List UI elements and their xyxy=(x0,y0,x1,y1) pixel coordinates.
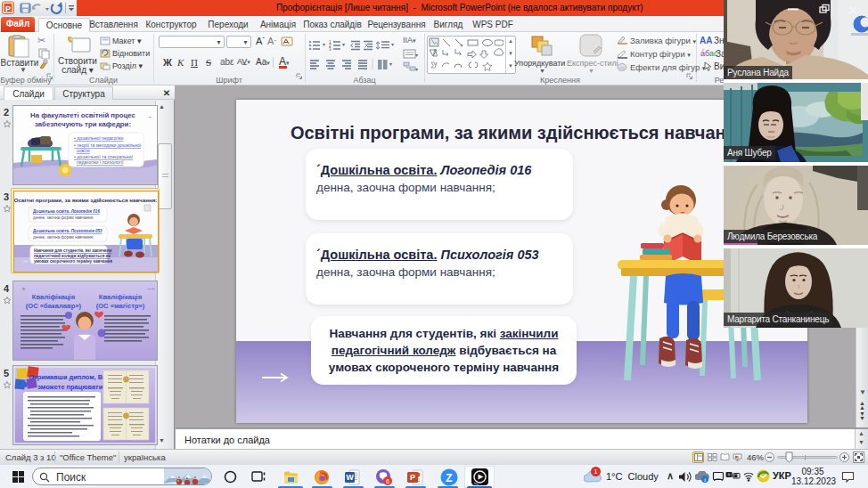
svg-text:зможете працювати:: зможете працювати: xyxy=(37,383,104,391)
svg-text:(ОС «бакалавр»): (ОС «бакалавр») xyxy=(26,302,82,310)
svg-text:умовах скороченого терміну нав: умовах скороченого терміну навчання xyxy=(34,259,112,264)
svg-text:забезпечують три кафедри:: забезпечують три кафедри: xyxy=(35,120,131,128)
svg-text:i: i xyxy=(704,476,706,483)
svg-text:⟶: ⟶ xyxy=(147,286,155,291)
svg-text:▾: ▾ xyxy=(415,67,418,72)
svg-text:педагогіки і психології: педагогіки і психології xyxy=(77,159,124,165)
svg-text:▾: ▾ xyxy=(415,53,418,58)
svg-text:P: P xyxy=(5,4,11,13)
svg-text:• дошкільної педагогіки: • дошкільної педагогіки xyxy=(74,135,124,141)
svg-text:Отримавши диплом, Ви: Отримавши диплом, Ви xyxy=(29,373,107,381)
svg-text:▾: ▾ xyxy=(323,42,325,47)
svg-text:освіти: освіти xyxy=(77,148,90,153)
svg-text:6: 6 xyxy=(386,477,389,485)
svg-text:Кваліфікація: Кваліфікація xyxy=(99,293,142,301)
svg-text:Освітні програми, за якими зді: Освітні програми, за якими здійснюється … xyxy=(14,197,157,203)
svg-text:≡: ≡ xyxy=(22,286,25,291)
svg-text:Дошкільна освіта. Психологія: Дошкільна освіта. Психологія 053 xyxy=(33,229,102,233)
svg-text:Z: Z xyxy=(446,472,452,484)
svg-text:3: 3 xyxy=(329,47,332,52)
svg-text:Дошкільна освіта. Логопедія: Дошкільна освіта. Логопедія 016 xyxy=(33,209,100,214)
svg-text:W: W xyxy=(346,473,354,482)
svg-text:▾: ▾ xyxy=(389,61,392,67)
svg-text:денна, заочна форми навчання;: денна, заочна форми навчання; xyxy=(33,216,94,220)
svg-text:▾: ▾ xyxy=(391,42,394,47)
svg-text:(ОС «магістр»): (ОС «магістр») xyxy=(96,302,145,310)
svg-text:Навчання для студентів, які за: Навчання для студентів, які закінчили xyxy=(34,248,112,253)
svg-text:→: → xyxy=(145,112,152,120)
svg-text:▾: ▾ xyxy=(342,42,345,47)
svg-text:денна, заочна форми навчання;: денна, заочна форми навчання; xyxy=(33,235,94,240)
svg-text:педагогічний коледж відбуваєть: педагогічний коледж відбувається на xyxy=(34,253,111,258)
svg-text:На факультеті освітній процес: На факультеті освітній процес xyxy=(30,111,136,119)
svg-text:→: → xyxy=(21,256,29,264)
svg-text:P: P xyxy=(410,473,415,482)
svg-text:Кваліфікація: Кваліфікація xyxy=(32,293,75,301)
